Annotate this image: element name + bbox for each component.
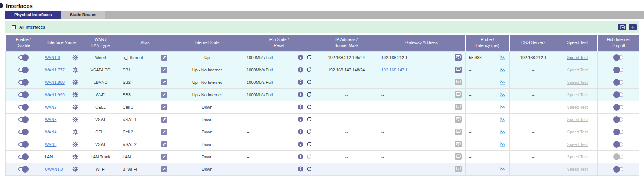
hub-dropoff-toggle[interactable] (614, 142, 623, 147)
interface-settings-gear-icon[interactable] (72, 117, 78, 123)
reset-icon[interactable] (306, 104, 312, 110)
gateway-ping-button[interactable] (455, 91, 462, 98)
latency-chart-icon[interactable] (499, 105, 506, 110)
hub-dropoff-toggle[interactable] (614, 68, 623, 72)
hub-dropoff-toggle[interactable] (614, 105, 623, 109)
gateway-ping-button[interactable] (455, 104, 462, 110)
interface-settings-gear-icon[interactable] (72, 129, 78, 135)
interface-name-link[interactable]: WAN1.777 (45, 68, 65, 72)
reset-icon[interactable] (306, 67, 312, 73)
interface-name-link[interactable]: WAN1.888 (45, 80, 65, 85)
interface-settings-gear-icon[interactable] (72, 154, 78, 160)
eth-info-icon[interactable] (298, 166, 303, 172)
interface-name-link[interactable]: WAN1.0 (45, 55, 60, 60)
edit-alias-button[interactable] (161, 166, 167, 172)
interface-settings-gear-icon[interactable] (72, 104, 78, 110)
hub-dropoff-toggle[interactable] (614, 55, 623, 60)
reset-icon[interactable] (306, 79, 312, 85)
hub-dropoff-toggle[interactable] (614, 117, 623, 122)
gateway-ping-button[interactable] (455, 129, 462, 135)
eth-info-icon[interactable] (298, 104, 303, 110)
add-interface-button[interactable] (629, 24, 637, 30)
speed-test-link[interactable]: Speed Test (567, 117, 588, 122)
hub-dropoff-toggle[interactable] (614, 155, 623, 159)
edit-alias-button[interactable] (161, 79, 167, 85)
reset-icon[interactable] (306, 92, 312, 97)
latency-chart-icon[interactable] (499, 117, 506, 122)
enable-toggle[interactable] (18, 55, 28, 60)
all-interfaces-checkbox[interactable] (12, 25, 16, 29)
gateway-ping-button[interactable] (455, 116, 462, 123)
hub-dropoff-toggle[interactable] (614, 92, 623, 97)
eth-info-icon[interactable] (298, 92, 303, 97)
reset-icon[interactable] (306, 166, 312, 172)
interface-name-link[interactable]: WAN4 (45, 130, 56, 134)
speed-test-link[interactable]: Speed Test (567, 155, 588, 159)
enable-toggle[interactable] (18, 117, 28, 122)
gateway-ping-button[interactable] (455, 166, 462, 172)
speed-test-link[interactable]: Speed Test (567, 167, 588, 171)
enable-toggle[interactable] (18, 130, 28, 134)
interface-settings-gear-icon[interactable] (72, 92, 78, 98)
edit-alias-button[interactable] (161, 104, 167, 110)
gateway-ping-button[interactable] (455, 54, 462, 61)
speed-test-link[interactable]: Speed Test (567, 55, 588, 60)
interface-settings-gear-icon[interactable] (72, 79, 78, 85)
edit-alias-button[interactable] (161, 67, 167, 73)
enable-toggle[interactable] (18, 80, 28, 85)
reset-icon[interactable] (306, 117, 312, 122)
latency-chart-icon[interactable] (499, 129, 506, 135)
enable-toggle[interactable] (18, 155, 28, 159)
gateway-ping-button[interactable] (455, 141, 462, 147)
edit-alias-button[interactable] (161, 141, 167, 147)
edit-alias-button[interactable] (161, 92, 167, 98)
speed-test-link[interactable]: Speed Test (567, 105, 588, 109)
hub-dropoff-toggle[interactable] (614, 80, 623, 85)
interface-name-link[interactable]: WAN1.999 (45, 92, 65, 97)
interface-settings-gear-icon[interactable] (72, 141, 78, 147)
enable-toggle[interactable] (18, 142, 28, 147)
eth-info-icon[interactable] (298, 79, 303, 85)
gateway-ping-button[interactable] (455, 67, 462, 73)
interface-name-link[interactable]: WAN5 (45, 142, 56, 147)
latency-chart-icon[interactable] (499, 67, 506, 73)
speed-test-link[interactable]: Speed Test (567, 68, 588, 72)
interface-settings-gear-icon[interactable] (72, 67, 78, 73)
interface-settings-gear-icon[interactable] (72, 55, 78, 61)
interface-settings-gear-icon[interactable] (72, 166, 78, 172)
eth-info-icon[interactable] (298, 129, 303, 135)
edit-alias-button[interactable] (161, 55, 167, 61)
latency-chart-icon[interactable] (499, 55, 506, 60)
reset-icon[interactable] (306, 129, 312, 135)
tab-physical-interfaces[interactable]: Physical Interfaces (5, 11, 61, 19)
enable-toggle[interactable] (18, 105, 28, 109)
gateway-ping-button[interactable] (455, 79, 462, 85)
edit-alias-button[interactable] (161, 117, 167, 123)
reset-icon[interactable] (306, 141, 312, 147)
gateway-address-link[interactable]: 192.168.147.1 (381, 68, 408, 72)
speed-test-link[interactable]: Speed Test (567, 92, 588, 97)
latency-chart-icon[interactable] (499, 92, 506, 97)
eth-info-icon[interactable] (298, 117, 303, 122)
speed-test-link[interactable]: Speed Test (567, 80, 588, 85)
hub-dropoff-toggle[interactable] (614, 130, 623, 134)
latency-chart-icon[interactable] (499, 80, 506, 85)
enable-toggle[interactable] (18, 68, 28, 72)
eth-info-icon[interactable] (298, 55, 303, 60)
enable-toggle[interactable] (18, 92, 28, 97)
all-interfaces-toggle[interactable]: All Interfaces (12, 25, 45, 29)
tab-static-routes[interactable]: Static Routes (61, 11, 105, 19)
gateway-ping-button[interactable] (455, 153, 462, 160)
interface-name-link[interactable]: WAN3 (45, 117, 56, 122)
edit-alias-button[interactable] (161, 154, 167, 160)
reset-icon[interactable] (306, 55, 312, 60)
eth-info-icon[interactable] (298, 141, 303, 147)
hub-dropoff-toggle[interactable] (614, 167, 623, 171)
latency-chart-icon[interactable] (499, 167, 506, 172)
window-view-button[interactable] (618, 24, 626, 30)
eth-info-icon[interactable] (298, 154, 303, 159)
speed-test-link[interactable]: Speed Test (567, 130, 588, 134)
speed-test-link[interactable]: Speed Test (567, 142, 588, 147)
enable-toggle[interactable] (18, 167, 28, 171)
eth-info-icon[interactable] (298, 67, 303, 73)
